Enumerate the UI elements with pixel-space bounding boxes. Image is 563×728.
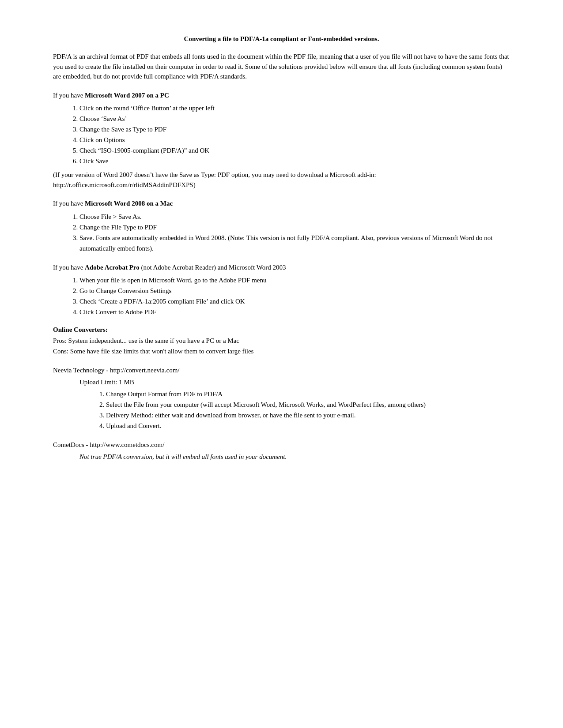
neevia-step-1: Change Output Format from PDF to PDF/A <box>106 389 510 399</box>
steps-list-adobe: When your file is open in Microsoft Word… <box>79 275 510 317</box>
title-text: Converting a file to PDF/A-1a compliant … <box>184 35 379 42</box>
steps-list-2007: Click on the round ‘Office Button’ at th… <box>79 103 510 166</box>
cons-content: Cons: Some have file size limits that wo… <box>53 348 253 355</box>
cons-text: Cons: Some have file size limits that wo… <box>53 346 510 356</box>
section-online-converters: Online Converters: Pros: System independ… <box>53 326 510 356</box>
page-container: Converting a file to PDF/A-1a compliant … <box>0 0 563 728</box>
step-adobe-1: When your file is open in Microsoft Word… <box>79 275 510 285</box>
section-adobe-acrobat-pro: If you have Adobe Acrobat Pro (not Adobe… <box>53 263 510 318</box>
steps-list-2008: Choose File > Save As. Change the File T… <box>79 211 510 254</box>
section-heading-adobe: If you have Adobe Acrobat Pro (not Adobe… <box>53 263 510 273</box>
step-2007-5: Check “ISO-19005-compliant (PDF/A)” and … <box>79 145 510 156</box>
step-2008-3: Save. Fonts are automatically embedded i… <box>79 233 510 254</box>
heading-bold-2007: Microsoft Word 2007 on a PC <box>85 92 169 99</box>
cometdocs-name: CometDocs - http://www.cometdocs.com/ <box>53 441 164 448</box>
section-ms-word-2007-pc: If you have Microsoft Word 2007 on a PC … <box>53 90 510 190</box>
step-2007-1: Click on the round ‘Office Button’ at th… <box>79 103 510 113</box>
neevia-name: Neevia Technology - http://convert.neevi… <box>53 367 180 374</box>
cometdocs-title: CometDocs - http://www.cometdocs.com/ <box>53 440 510 450</box>
page-title: Converting a file to PDF/A-1a compliant … <box>53 35 510 43</box>
neevia-steps-list: Change Output Format from PDF to PDF/A S… <box>106 389 510 431</box>
neevia-step-4: Upload and Convert. <box>106 420 510 431</box>
step-2007-4: Click on Options <box>79 135 510 145</box>
heading-prefix-2008: If you have <box>53 200 85 207</box>
online-converters-heading: Online Converters: <box>53 326 510 334</box>
step-2007-3: Change the Save as Type to PDF <box>79 124 510 135</box>
intro-paragraph: PDF/A is an archival format of PDF that … <box>53 52 510 82</box>
neevia-upload-limit-text: Upload Limit: 1 MB <box>79 379 134 386</box>
step-2008-2: Change the File Type to PDF <box>79 222 510 233</box>
cometdocs-note: Not true PDF/A conversion, but it will e… <box>79 452 510 462</box>
step-adobe-3: Check ‘Create a PDF/A-1a:2005 compliant … <box>79 296 510 307</box>
heading-prefix-2007: If you have <box>53 92 85 99</box>
neevia-title: Neevia Technology - http://convert.neevi… <box>53 365 510 375</box>
section-ms-word-2008-mac: If you have Microsoft Word 2008 on a Mac… <box>53 199 510 254</box>
heading-bold-2008: Microsoft Word 2008 on a Mac <box>85 200 173 207</box>
heading-suffix-adobe: (not Adobe Acrobat Reader) and Microsoft… <box>140 264 286 271</box>
section-heading-2008: If you have Microsoft Word 2008 on a Mac <box>53 199 510 209</box>
section-heading-2007: If you have Microsoft Word 2007 on a PC <box>53 90 510 101</box>
online-converters-heading-text: Online Converters <box>53 326 106 333</box>
cometdocs-note-text: Not true PDF/A conversion, but it will e… <box>79 453 287 460</box>
pros-content: Pros: System independent... use is the s… <box>53 337 239 344</box>
step-2008-1: Choose File > Save As. <box>79 211 510 222</box>
converter-neevia: Neevia Technology - http://convert.neevi… <box>53 365 510 431</box>
step-adobe-4: Click Convert to Adobe PDF <box>79 307 510 317</box>
neevia-step-2: Select the File from your computer (will… <box>106 399 510 410</box>
intro-text: PDF/A is an archival format of PDF that … <box>53 53 509 80</box>
step-2007-6: Click Save <box>79 156 510 166</box>
pros-text: Pros: System independent... use is the s… <box>53 335 510 346</box>
note-text-2007: (If your version of Word 2007 doesn’t ha… <box>53 171 376 188</box>
note-2007: (If your version of Word 2007 doesn’t ha… <box>53 170 510 190</box>
neevia-upload-limit: Upload Limit: 1 MB <box>79 377 510 387</box>
heading-bold-adobe: Adobe Acrobat Pro <box>85 264 140 271</box>
heading-prefix-adobe: If you have <box>53 264 85 271</box>
neevia-step-3: Delivery Method: either wait and downloa… <box>106 410 510 420</box>
step-2007-2: Choose ‘Save As’ <box>79 113 510 124</box>
converter-cometdocs: CometDocs - http://www.cometdocs.com/ No… <box>53 440 510 462</box>
step-adobe-2: Go to Change Conversion Settings <box>79 285 510 296</box>
